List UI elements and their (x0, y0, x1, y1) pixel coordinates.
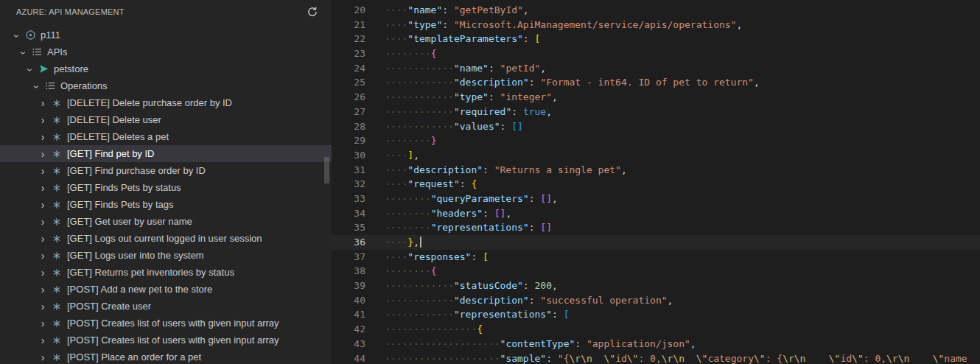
code-line[interactable]: 23········{ (332, 46, 980, 61)
whitespace-dots: ···· (407, 208, 430, 219)
code-line[interactable]: 43····················"contentType": "ap… (332, 337, 980, 351)
sidebar: AZURE: API MANAGEMENT › p111 (0, 0, 332, 364)
api-icon (37, 63, 50, 74)
chevron-down-icon[interactable]: › (11, 34, 23, 38)
chevron-right-icon[interactable]: › (41, 182, 45, 194)
code-line[interactable]: 39············"statusCode": 200, (332, 279, 980, 293)
tree-item-operation[interactable]: ›[POST] Creates list of users with given… (0, 332, 332, 349)
tree-item-operation[interactable]: ›[GET] Find pet by ID (0, 145, 332, 162)
code-line[interactable]: 21····"type": "Microsoft.ApiManagement/s… (332, 18, 980, 32)
whitespace-dots: ···· (385, 135, 407, 146)
line-number: 28 (332, 119, 365, 134)
operation-label: [GET] Returns pet inventories by status (67, 267, 234, 278)
chevron-right-icon[interactable]: › (41, 148, 45, 160)
code-line[interactable]: 37····"responses": [ (332, 250, 980, 265)
chevron-right-icon[interactable]: › (41, 284, 45, 295)
tree-item-service[interactable]: › p111 (0, 27, 332, 43)
line-content: ····················"sample": "{\r\n \"i… (365, 351, 967, 364)
whitespace-dots: ···· (407, 222, 430, 233)
code-line[interactable]: 31····"description": "Returns a single p… (332, 163, 980, 178)
chevron-right-icon[interactable]: › (41, 97, 45, 109)
code-line[interactable]: 22····"templateParameters": [ (332, 32, 980, 46)
chevron-right-icon[interactable]: › (41, 301, 45, 312)
whitespace-dots: ···· (385, 164, 407, 175)
tree-item-operation[interactable]: ›[GET] Logs out current logged in user s… (0, 230, 332, 247)
chevron-down-icon[interactable]: › (31, 85, 43, 88)
code-line[interactable]: 35········"representations": [] (332, 220, 980, 235)
chevron-right-icon[interactable]: › (41, 114, 45, 126)
code-line[interactable]: 44····················"sample": "{\r\n \… (332, 351, 980, 364)
tree-item-operation[interactable]: ›[GET] Find purchase order by ID (0, 162, 332, 179)
line-number: 42 (332, 322, 365, 337)
whitespace-dots: ···· (385, 19, 407, 30)
chevron-right-icon[interactable]: › (41, 351, 45, 363)
operation-label: [POST] Add a new pet to the store (67, 284, 212, 295)
tree-item-operation[interactable]: ›[POST] Creates list of users with given… (0, 315, 332, 332)
line-content: ····"name": "getPetById", (365, 3, 529, 18)
whitespace-dots: ···· (431, 280, 454, 291)
code-line[interactable]: 27············"required": true, (332, 105, 980, 119)
operation-icon (50, 301, 63, 312)
tree-item-api-petstore[interactable]: › petstore (0, 60, 332, 77)
line-number: 33 (332, 192, 365, 206)
chevron-right-icon[interactable]: › (41, 233, 45, 245)
chevron-down-icon[interactable]: › (18, 51, 29, 55)
line-number: 40 (332, 293, 365, 308)
code-line[interactable]: 33········"queryParameters": [], (332, 192, 980, 206)
operation-label: [GET] Logs out current logged in user se… (67, 233, 262, 244)
code-line[interactable]: 36····}, (332, 235, 980, 250)
tree-item-operation[interactable]: ›[DELETE] Deletes a pet (0, 128, 332, 145)
code-line[interactable]: 32····"request": { (332, 177, 980, 192)
chevron-right-icon[interactable]: › (41, 318, 45, 329)
whitespace-dots: ···· (454, 338, 477, 349)
editor: 20····"name": "getPetById",21····"type":… (332, 0, 980, 364)
tree-item-operation[interactable]: ›[GET] Finds Pets by tags (0, 196, 332, 213)
code-line[interactable]: 40············"description": "successful… (332, 293, 980, 308)
vscode-window: AZURE: API MANAGEMENT › p111 (0, 0, 980, 364)
tree-item-operation[interactable]: ›[POST] Place an order for a pet (0, 349, 332, 364)
tree-item-operation[interactable]: ›[DELETE] Delete purchase order by ID (0, 94, 332, 111)
tree-item-operations[interactable]: › Operations (0, 77, 332, 94)
whitespace-dots: ···· (385, 48, 407, 59)
code-line[interactable]: 34········"headers": [], (332, 206, 980, 221)
operation-label: [GET] Logs user into the system (67, 250, 204, 261)
refresh-button[interactable] (305, 4, 320, 19)
code-line[interactable]: 38········{ (332, 264, 980, 279)
whitespace-dots: ···· (385, 106, 407, 117)
whitespace-dots: ···· (385, 280, 407, 291)
chevron-down-icon[interactable]: › (24, 68, 36, 71)
code-line[interactable]: 42················{ (332, 322, 980, 337)
tree-item-operation[interactable]: ›[POST] Create user (0, 298, 332, 315)
line-number: 29 (332, 133, 365, 148)
code-line[interactable]: 28············"values": [] (332, 119, 980, 134)
code-line[interactable]: 26············"type": "integer", (332, 90, 980, 105)
code-line[interactable]: 25············"description": "Format - i… (332, 75, 980, 90)
line-content: ············"required": true, (365, 105, 552, 119)
code-line[interactable]: 29········} (332, 133, 980, 148)
chevron-right-icon[interactable]: › (41, 199, 45, 211)
tree-item-operation[interactable]: ›[POST] Add a new pet to the store (0, 281, 332, 298)
tree-item-operation[interactable]: ›[DELETE] Delete user (0, 111, 332, 128)
operation-label: [POST] Creates list of users with given … (67, 335, 279, 346)
tree-item-label: Operations (60, 80, 108, 91)
chevron-right-icon[interactable]: › (41, 250, 45, 262)
line-number: 26 (332, 90, 365, 105)
chevron-right-icon[interactable]: › (41, 165, 45, 177)
chevron-right-icon[interactable]: › (41, 131, 45, 143)
chevron-right-icon[interactable]: › (41, 267, 45, 279)
tree-item-apis[interactable]: › APIs (0, 43, 332, 60)
tree-item-operation[interactable]: ›[GET] Finds Pets by status (0, 179, 332, 196)
refresh-icon (307, 6, 318, 18)
line-number: 37 (332, 250, 365, 265)
code-line[interactable]: 41············"representations": [ (332, 307, 980, 322)
tree-item-operation[interactable]: ›[GET] Returns pet inventories by status (0, 264, 332, 281)
code-line[interactable]: 24············"name": "petId", (332, 61, 980, 76)
tree-item-operation[interactable]: ›[GET] Logs user into the system (0, 247, 332, 264)
chevron-right-icon[interactable]: › (41, 335, 45, 346)
sidebar-scrollbar[interactable] (324, 157, 329, 183)
chevron-right-icon[interactable]: › (41, 216, 45, 228)
code-line[interactable]: 30····], (332, 148, 980, 163)
tree-item-operation[interactable]: ›[GET] Get user by user name (0, 213, 332, 230)
code-line[interactable]: 20····"name": "getPetById", (332, 3, 980, 18)
code-area[interactable]: 20····"name": "getPetById",21····"type":… (332, 3, 980, 364)
